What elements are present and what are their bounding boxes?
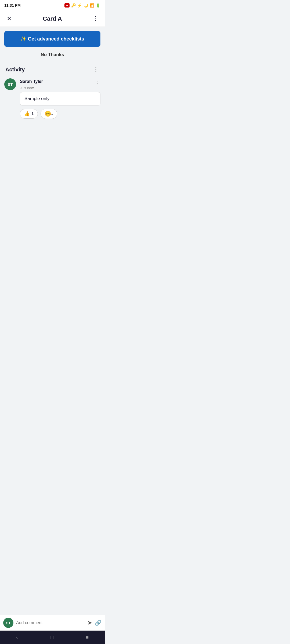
comment-timestamp: Just now [20,86,100,90]
page-title: Card A [14,15,91,22]
activity-more-button[interactable]: ⋮ [93,66,99,73]
comment-header-row: Sarah Tyler ⋮ [20,78,100,85]
empty-area [4,123,100,230]
status-bar: 11:31 PM ● 🔑 ⚡ 🌙 📶 🔋 [0,0,105,11]
add-reaction-icon: 😊+ [45,111,53,117]
comment-item: ST Sarah Tyler ⋮ Just now Sample only 👍 … [4,78,100,119]
no-thanks-button[interactable]: No Thanks [4,50,100,60]
record-icon: ● [64,3,70,8]
comment-more-button[interactable]: ⋮ [95,78,100,85]
commenter-name: Sarah Tyler [20,79,43,84]
wifi-icon: 📶 [90,3,94,8]
close-button[interactable]: ✕ [4,15,14,22]
activity-section-header: Activity ⋮ [4,66,100,73]
comment-text: Sample only [20,92,100,105]
main-content: ✨ Get advanced checklists No Thanks Acti… [0,27,105,235]
activity-title: Activity [5,67,25,73]
advanced-checklists-button[interactable]: ✨ Get advanced checklists [4,31,100,47]
header-more-button[interactable]: ⋮ [91,15,100,22]
thumbs-up-emoji: 👍 [24,111,30,117]
bluetooth-icon: ⚡ [77,3,82,8]
header: ✕ Card A ⋮ [0,11,105,27]
comment-body: Sarah Tyler ⋮ Just now Sample only 👍 1 😊… [20,78,100,119]
reactions: 👍 1 😊+ [20,109,100,119]
key-icon: 🔑 [71,3,76,8]
battery-icon: 🔋 [96,3,100,8]
moon-icon: 🌙 [84,3,88,8]
thumbs-up-count: 1 [31,111,34,116]
thumbs-up-reaction[interactable]: 👍 1 [20,109,38,119]
add-reaction-button[interactable]: 😊+ [41,109,57,119]
avatar: ST [4,78,16,90]
status-icons: ● 🔑 ⚡ 🌙 📶 🔋 [64,3,100,8]
status-time: 11:31 PM [4,3,21,8]
record-dot: ● [66,4,68,7]
